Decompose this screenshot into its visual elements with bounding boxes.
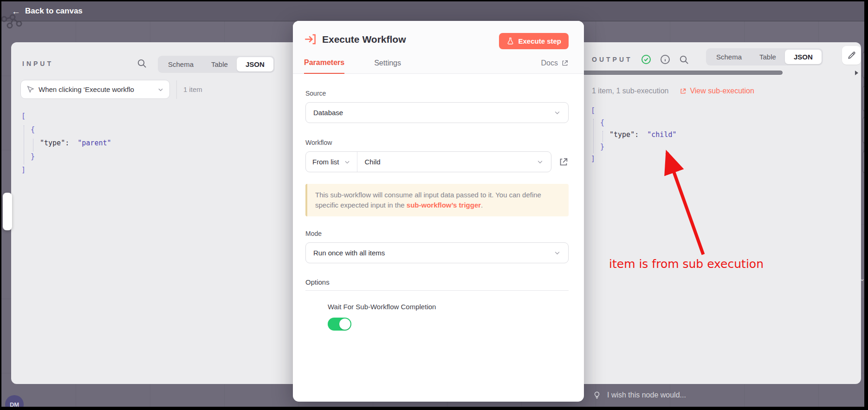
workflow-select-value: Child bbox=[365, 158, 381, 166]
horizontal-scrollbar[interactable] bbox=[538, 70, 858, 76]
tab-settings[interactable]: Settings bbox=[374, 59, 401, 73]
mode-select-value: Run once with all items bbox=[313, 249, 385, 257]
json-token: [ bbox=[591, 106, 595, 115]
collapsed-panel-tab[interactable] bbox=[862, 151, 864, 173]
success-check-icon bbox=[641, 54, 652, 65]
mode-field-label: Mode bbox=[305, 230, 569, 237]
chevron-down-icon bbox=[157, 86, 164, 93]
execute-workflow-node-icon bbox=[304, 33, 317, 46]
mode-select[interactable]: Run once with all items bbox=[305, 242, 569, 263]
output-tab-table[interactable]: Table bbox=[751, 50, 785, 64]
json-token: ] bbox=[21, 166, 26, 174]
wish-node-label: I wish this node would... bbox=[607, 391, 686, 399]
json-token: : bbox=[65, 139, 69, 147]
top-bar: ← Back to canvas bbox=[1, 1, 864, 21]
chevron-down-icon bbox=[554, 249, 561, 256]
input-json-view: [ { "type": "parent" } ] bbox=[21, 110, 111, 177]
output-item-count: 1 item, 1 sub-execution bbox=[592, 87, 668, 95]
json-token: } bbox=[31, 152, 35, 161]
json-key: "type" bbox=[609, 130, 635, 139]
output-panel: OUTPUT Schema Table JSON 1 item, 1 sub-e… bbox=[535, 42, 861, 384]
wait-completion-toggle[interactable] bbox=[328, 318, 351, 331]
options-section-label: Options bbox=[305, 278, 569, 291]
chevron-down-icon bbox=[537, 158, 544, 165]
lightbulb-icon bbox=[593, 390, 601, 400]
output-tab-json[interactable]: JSON bbox=[785, 50, 822, 64]
input-tab-table[interactable]: Table bbox=[202, 57, 237, 72]
output-search-icon[interactable] bbox=[679, 54, 689, 65]
canvas-background: ← Back to canvas INPUT Schema Table JSON… bbox=[1, 1, 864, 407]
execute-step-button[interactable]: Execute step bbox=[499, 33, 569, 49]
chevron-down-icon bbox=[554, 109, 561, 116]
json-key: "type" bbox=[40, 139, 65, 147]
collapsed-panel-tab[interactable] bbox=[862, 52, 864, 78]
flask-icon bbox=[506, 37, 514, 45]
external-link-icon bbox=[561, 59, 569, 67]
output-json-view: [ { "type": "child" } ] bbox=[591, 104, 677, 165]
pencil-icon bbox=[847, 51, 856, 60]
open-workflow-icon[interactable] bbox=[558, 157, 569, 167]
input-tab-schema[interactable]: Schema bbox=[159, 57, 202, 72]
panel-drag-handle[interactable] bbox=[3, 193, 12, 230]
tab-parameters[interactable]: Parameters bbox=[304, 59, 344, 74]
modal-body: Source Database Workflow From list Child bbox=[293, 90, 584, 331]
execute-workflow-modal: Execute Workflow Execute step Parameters… bbox=[293, 21, 584, 402]
source-field-label: Source bbox=[305, 90, 569, 97]
sub-workflow-trigger-link[interactable]: sub-workflow’s trigger bbox=[407, 201, 481, 209]
workflow-select[interactable]: Child bbox=[357, 152, 551, 172]
docs-link[interactable]: Docs bbox=[541, 59, 569, 73]
scroll-right-arrow[interactable] bbox=[855, 71, 858, 75]
wish-node-button[interactable]: I wish this node would... bbox=[593, 390, 686, 400]
output-panel-title: OUTPUT bbox=[592, 56, 633, 63]
workflow-combo: From list Child bbox=[305, 151, 551, 172]
modal-header: Execute Workflow Execute step Parameters… bbox=[293, 21, 584, 74]
json-value: "parent" bbox=[78, 139, 111, 147]
output-tab-schema[interactable]: Schema bbox=[707, 50, 751, 64]
execute-step-label: Execute step bbox=[518, 37, 561, 45]
user-avatar[interactable]: DM bbox=[5, 395, 24, 407]
workflow-mode-select[interactable]: From list bbox=[306, 152, 357, 172]
input-panel-title: INPUT bbox=[22, 60, 53, 67]
indent-guide bbox=[24, 125, 24, 164]
input-panel: INPUT Schema Table JSON When clicking ‘E… bbox=[11, 42, 299, 384]
input-view-tabs: Schema Table JSON bbox=[158, 56, 275, 73]
annotation-text: item is from sub execution bbox=[609, 257, 764, 271]
output-view-tabs: Schema Table JSON bbox=[706, 48, 823, 65]
view-sub-execution-label: View sub-execution bbox=[690, 87, 754, 95]
collapsed-panel-tab[interactable] bbox=[862, 86, 864, 111]
modal-title: Execute Workflow bbox=[322, 34, 406, 45]
workflow-field-label: Workflow bbox=[305, 139, 569, 146]
input-node-selector-value: When clicking ‘Execute workflo bbox=[39, 85, 153, 93]
mouse-pointer-icon bbox=[26, 85, 34, 93]
toggle-knob bbox=[339, 319, 350, 330]
indent-guide bbox=[602, 131, 603, 142]
external-link-icon bbox=[680, 88, 687, 95]
app-window: ← Back to canvas INPUT Schema Table JSON… bbox=[0, 0, 868, 410]
divider bbox=[176, 80, 177, 99]
docs-label: Docs bbox=[541, 59, 558, 67]
input-search-icon[interactable] bbox=[136, 58, 147, 69]
wait-completion-label: Wait For Sub-Workflow Completion bbox=[328, 303, 569, 311]
json-token: [ bbox=[21, 112, 26, 120]
input-tab-json[interactable]: JSON bbox=[237, 57, 273, 72]
json-token: } bbox=[600, 143, 604, 151]
chevron-down-icon bbox=[344, 159, 350, 165]
json-token: { bbox=[31, 125, 35, 134]
notice-text-after: . bbox=[481, 201, 483, 209]
collapsed-panel-tab[interactable] bbox=[862, 117, 864, 143]
edit-output-button[interactable] bbox=[842, 46, 861, 65]
source-select-value: Database bbox=[313, 109, 343, 117]
indent-guide bbox=[593, 119, 594, 153]
info-icon[interactable] bbox=[660, 54, 671, 65]
input-node-selector[interactable]: When clicking ‘Execute workflo bbox=[20, 80, 170, 99]
view-sub-execution-link[interactable]: View sub-execution bbox=[680, 87, 754, 95]
json-token: { bbox=[600, 118, 604, 127]
back-to-canvas-label: Back to canvas bbox=[25, 7, 83, 16]
indent-guide bbox=[33, 139, 33, 151]
input-item-count: 1 item bbox=[183, 85, 202, 93]
source-select[interactable]: Database bbox=[305, 102, 569, 123]
sub-workflow-notice: This sub-workflow will consume all input… bbox=[305, 184, 569, 216]
workflow-mode-value: From list bbox=[312, 158, 339, 166]
chevron-down-icon[interactable]: ⌄ bbox=[859, 274, 864, 283]
json-token: : bbox=[635, 130, 639, 139]
